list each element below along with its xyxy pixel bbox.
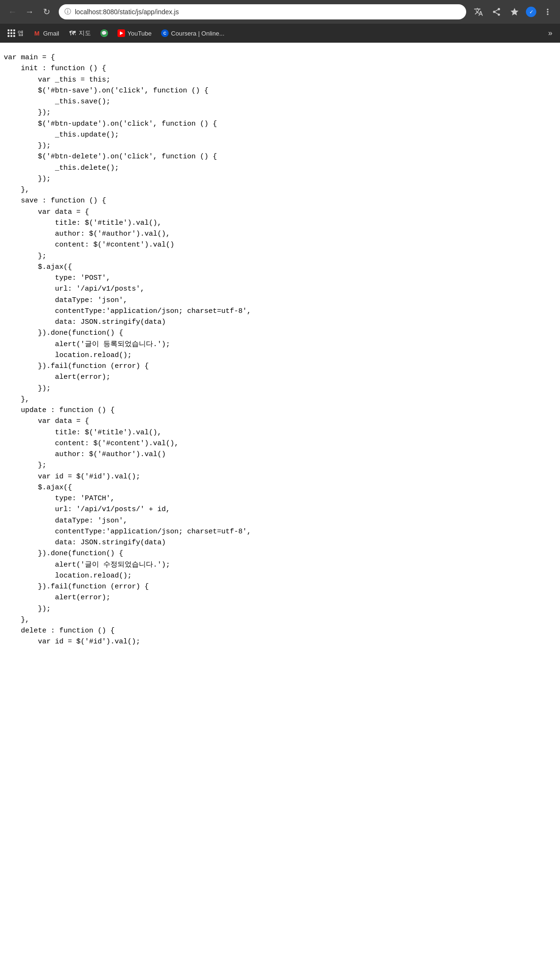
message-icon: 💬 — [100, 29, 108, 37]
code-line: var id = $('#id').val(); — [4, 636, 556, 647]
code-line: title: $('#title').val(), — [4, 427, 556, 438]
code-line: data: JSON.stringify(data) — [4, 317, 556, 328]
code-line: type: 'POST', — [4, 273, 556, 284]
browser-top-bar: ← → ↻ ⓘ localhost:8080/static/js/app/ind… — [0, 0, 560, 24]
code-line: var main = { — [4, 52, 556, 63]
code-line: type: 'PATCH', — [4, 493, 556, 504]
code-line: author: $('#author').val() — [4, 449, 556, 460]
code-line: var _this = this; — [4, 74, 556, 85]
coursera-icon: C — [161, 29, 169, 37]
code-line: }; — [4, 460, 556, 471]
code-line: $('#btn-update').on('click', function ()… — [4, 119, 556, 129]
code-line: }; — [4, 251, 556, 262]
code-content: var main = { init : function () { var _t… — [0, 43, 560, 657]
address-bar[interactable]: ⓘ localhost:8080/static/js/app/index.js — [59, 4, 466, 19]
code-line: }); — [4, 174, 556, 184]
code-line: $('#btn-delete').on('click', function ()… — [4, 151, 556, 162]
bookmarks-bar: 앱 M Gmail 🗺 지도 💬 YouTube C Coursera | On… — [0, 24, 560, 43]
code-line: location.reload(); — [4, 350, 556, 361]
maps-bookmark[interactable]: 🗺 지도 — [65, 27, 95, 39]
nav-buttons: ← → ↻ — [6, 5, 53, 18]
code-line: $.ajax({ — [4, 262, 556, 273]
apps-icon — [8, 29, 15, 37]
msg-bookmark[interactable]: 💬 — [97, 27, 112, 39]
code-line: _this.delete(); — [4, 163, 556, 174]
gmail-bookmark[interactable]: M Gmail — [29, 27, 63, 39]
maps-icon: 🗺 — [69, 29, 76, 37]
code-line: alert(error); — [4, 592, 556, 603]
code-line: }).fail(function (error) { — [4, 581, 556, 592]
code-line: location.reload(); — [4, 570, 556, 581]
code-line: update : function () { — [4, 405, 556, 416]
bookmark-star-button[interactable] — [508, 5, 521, 18]
code-line: _this.save(); — [4, 96, 556, 107]
code-line: url: '/api/v1/posts/' + id, — [4, 504, 556, 515]
code-line: alert('글이 수정되었습니다.'); — [4, 559, 556, 570]
code-line: dataType: 'json', — [4, 295, 556, 306]
coursera-label: Coursera | Online... — [171, 30, 224, 37]
maps-label: 지도 — [79, 29, 91, 37]
forward-button[interactable]: → — [23, 5, 36, 18]
code-line: title: $('#title').val(), — [4, 218, 556, 229]
info-icon: ⓘ — [64, 8, 71, 16]
url-port: :8080 — [101, 8, 117, 16]
code-line: }, — [4, 394, 556, 405]
code-line: data: JSON.stringify(data) — [4, 537, 556, 548]
youtube-bookmark[interactable]: YouTube — [114, 27, 155, 39]
code-line: }); — [4, 383, 556, 394]
code-line: }, — [4, 614, 556, 625]
code-line: }).done(function() { — [4, 328, 556, 339]
code-line: alert('글이 등록되었습니다.'); — [4, 339, 556, 350]
code-line: save : function () { — [4, 195, 556, 206]
url-path: /static/js/app/index.js — [117, 8, 179, 16]
coursera-bookmark[interactable]: C Coursera | Online... — [157, 27, 228, 39]
browser-chrome: ← → ↻ ⓘ localhost:8080/static/js/app/ind… — [0, 0, 560, 43]
gmail-icon: M — [33, 29, 41, 37]
code-line: }).fail(function (error) { — [4, 361, 556, 372]
code-line: url: '/api/v1/posts', — [4, 284, 556, 294]
code-line: content: $('#content').val() — [4, 239, 556, 250]
code-line: dataType: 'json', — [4, 515, 556, 526]
code-line: var data = { — [4, 207, 556, 218]
code-line: $.ajax({ — [4, 482, 556, 493]
code-line: _this.update(); — [4, 129, 556, 140]
code-line: }).done(function() { — [4, 548, 556, 559]
url-host: localhost — [75, 8, 101, 16]
code-line: init : function () { — [4, 63, 556, 74]
code-line: }, — [4, 184, 556, 195]
more-bookmarks-button[interactable]: » — [544, 27, 556, 39]
youtube-label: YouTube — [127, 30, 152, 37]
youtube-icon — [117, 29, 125, 37]
code-line: }); — [4, 604, 556, 614]
url-text: localhost:8080/static/js/app/index.js — [75, 8, 179, 16]
code-line: alert(error); — [4, 372, 556, 383]
share-button[interactable] — [490, 5, 503, 18]
browser-actions: ✓ — [472, 5, 554, 18]
back-button[interactable]: ← — [6, 5, 19, 18]
gmail-label: Gmail — [43, 30, 59, 37]
code-line: var data = { — [4, 416, 556, 427]
apps-bookmark[interactable]: 앱 — [4, 27, 27, 39]
translate-button[interactable] — [472, 5, 485, 18]
profile-button[interactable]: ✓ — [526, 7, 536, 17]
code-line: contentType:'application/json; charset=u… — [4, 306, 556, 317]
code-line: content: $('#content').val(), — [4, 438, 556, 449]
reload-button[interactable]: ↻ — [40, 5, 53, 18]
apps-label: 앱 — [18, 29, 24, 37]
code-line: }); — [4, 140, 556, 151]
code-line: var id = $('#id').val(); — [4, 471, 556, 482]
code-line: }); — [4, 107, 556, 118]
code-line: author: $('#author').val(), — [4, 229, 556, 239]
menu-button[interactable] — [541, 5, 554, 18]
code-line: contentType:'application/json; charset=u… — [4, 526, 556, 537]
code-line: $('#btn-save').on('click', function () { — [4, 85, 556, 96]
code-line: delete : function () { — [4, 625, 556, 636]
